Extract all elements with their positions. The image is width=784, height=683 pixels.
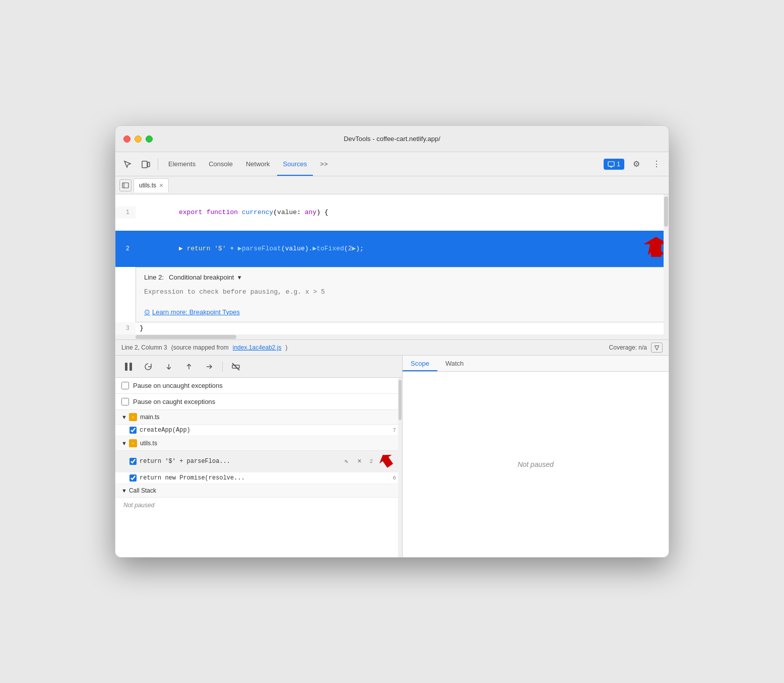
status-bar-right: Coverage: n/a ▽ <box>609 343 663 353</box>
bp-learn-more-link[interactable]: ⊙ Learn more: Breakpoint Types <box>144 308 660 316</box>
status-bar: Line 2, Column 3 (source mapped from ind… <box>115 339 669 356</box>
svg-rect-8 <box>129 363 132 371</box>
line-content-1: export function currency(value: any) { <box>136 194 669 231</box>
section-arrow-main: ▼ <box>121 414 127 420</box>
inspect-element-button[interactable] <box>119 156 136 172</box>
source-map-close-paren: ) <box>286 344 288 351</box>
step-over-button[interactable] <box>162 360 176 374</box>
devtools-window: DevTools - coffee-cart.netlify.app/ Elem… <box>115 125 669 558</box>
window-title: DevTools - coffee-cart.netlify.app/ <box>344 135 440 143</box>
svg-line-9 <box>232 363 239 370</box>
line-content-2: ▶ return '$' + ▶parseFloat(value).▶toFix… <box>136 231 639 267</box>
breakpoint-code-return-dollar: return '$' + parseFloa... <box>140 458 338 465</box>
more-options-button[interactable]: ⋮ <box>648 156 665 172</box>
section-header-main[interactable]: ▼ ○ main.ts <box>115 410 402 425</box>
line-number-1: 1 <box>115 207 136 219</box>
devtools-toolbar: Elements Console Network Sources >> 1 ⚙ … <box>115 152 669 176</box>
deactivate-breakpoints-button[interactable] <box>229 360 243 374</box>
uncaught-exceptions-checkbox[interactable] <box>121 382 129 389</box>
bp-type-label: Conditional breakpoint <box>169 274 234 281</box>
step-back-button[interactable] <box>142 360 156 374</box>
debug-controls <box>115 356 402 378</box>
caught-exceptions-row: Pause on caught exceptions <box>115 394 402 410</box>
breakpoint-popup: Line 2: Conditional breakpoint ▾ ⊙ Learn… <box>136 267 669 322</box>
tab-network[interactable]: Network <box>240 152 276 176</box>
coverage-button[interactable]: ▽ <box>651 343 663 353</box>
bp-line-label: Line 2: <box>144 274 164 281</box>
uncaught-exceptions-label: Pause on uncaught exceptions <box>133 382 223 389</box>
line-content-3: } <box>136 322 669 334</box>
step-into-button[interactable] <box>182 360 196 374</box>
scope-empty-text: Not paused <box>517 460 554 468</box>
toolbar-separator <box>158 158 158 170</box>
tab-navigation: Elements Console Network Sources >> <box>162 152 602 176</box>
breakpoint-item-createapp: createApp(App) 7 <box>115 425 402 436</box>
vertical-scrollbar[interactable] <box>664 194 669 334</box>
section-icon-utils: ○ <box>129 439 137 447</box>
settings-button[interactable]: ⚙ <box>628 156 644 172</box>
svg-rect-1 <box>148 162 150 167</box>
file-tab-close[interactable]: × <box>159 182 163 189</box>
svg-rect-2 <box>608 162 614 166</box>
bottom-panel: Pause on uncaught exceptions Pause on ca… <box>115 356 669 557</box>
caught-exceptions-checkbox[interactable] <box>121 398 129 405</box>
code-line-1[interactable]: 1 export function currency(value: any) { <box>115 194 669 231</box>
breakpoint-checkbox-return-promise[interactable] <box>129 474 137 482</box>
source-map-text: (source mapped from <box>171 344 229 351</box>
svg-marker-11 <box>377 453 396 468</box>
breakpoint-checkbox-return-dollar[interactable] <box>129 458 137 465</box>
tab-scope[interactable]: Scope <box>403 356 437 371</box>
tab-more[interactable]: >> <box>314 152 334 176</box>
message-badge-button[interactable]: 1 <box>604 159 624 170</box>
pause-resume-button[interactable] <box>121 360 136 374</box>
left-panel-scrollbar-thumb[interactable] <box>399 380 402 420</box>
bp-expression-input[interactable] <box>144 286 660 306</box>
svg-rect-7 <box>125 363 127 371</box>
line-number-2: 2 <box>115 243 136 255</box>
close-button[interactable] <box>123 135 130 143</box>
code-line-2[interactable]: 2 ▶ return '$' + ▶parseFloat(value).▶toF… <box>115 231 669 267</box>
remove-breakpoint-button[interactable]: × <box>354 456 364 466</box>
breakpoint-code-return-promise: return new Promise(resolve... <box>140 474 387 482</box>
cursor-position: Line 2, Column 3 <box>121 344 167 351</box>
maximize-button[interactable] <box>146 135 153 143</box>
line-number-3: 3 <box>115 322 136 334</box>
red-arrow-annotation-bp <box>377 453 396 470</box>
file-tab-utils[interactable]: utils.ts × <box>134 178 169 192</box>
breakpoint-code-createapp: createApp(App) <box>140 427 387 434</box>
section-filename-utils: utils.ts <box>140 440 157 447</box>
tab-sources[interactable]: Sources <box>277 152 313 176</box>
left-panel-scrollbar[interactable] <box>398 378 402 557</box>
svg-rect-0 <box>142 161 147 168</box>
call-stack-header[interactable]: ▼ Call Stack <box>115 484 402 498</box>
sidebar-toggle-button[interactable] <box>119 179 132 191</box>
device-toolbar-button[interactable] <box>138 156 154 172</box>
title-bar: DevTools - coffee-cart.netlify.app/ <box>115 126 669 152</box>
left-panel-content: Pause on uncaught exceptions Pause on ca… <box>115 378 402 557</box>
message-count: 1 <box>617 161 620 168</box>
uncaught-exceptions-row: Pause on uncaught exceptions <box>115 378 402 394</box>
tab-watch[interactable]: Watch <box>437 356 472 371</box>
tab-elements[interactable]: Elements <box>162 152 202 176</box>
tab-console[interactable]: Console <box>203 152 239 176</box>
bp-popup-header: Line 2: Conditional breakpoint ▾ <box>144 274 660 281</box>
scope-content: Not paused <box>403 372 669 557</box>
caught-exceptions-label: Pause on caught exceptions <box>133 398 215 405</box>
breakpoint-checkbox-createapp[interactable] <box>129 427 137 434</box>
source-map-link[interactable]: index.1ac4eab2.js <box>233 344 282 351</box>
minimize-button[interactable] <box>135 135 142 143</box>
section-header-utils[interactable]: ▼ ○ utils.ts <box>115 436 402 451</box>
scrollbar-thumb[interactable] <box>664 196 668 227</box>
step-out-button[interactable] <box>202 360 216 374</box>
code-line-3[interactable]: 3 } <box>115 322 669 334</box>
breakpoint-item-return-dollar: return '$' + parseFloa... ✎ × 2 <box>115 451 402 472</box>
call-stack-empty: Not paused <box>115 498 402 513</box>
bp-arrow-down[interactable]: ▾ <box>238 274 241 281</box>
edit-breakpoint-button[interactable]: ✎ <box>341 456 351 466</box>
code-scroll-area: 1 export function currency(value: any) {… <box>115 194 669 334</box>
horizontal-scrollbar-thumb[interactable] <box>136 335 236 339</box>
scope-watch-tabs: Scope Watch <box>403 356 669 372</box>
breakpoint-linenum-return-dollar: 2 <box>369 458 373 464</box>
horizontal-scrollbar[interactable] <box>115 334 669 339</box>
coverage-label: Coverage: n/a <box>609 344 647 351</box>
